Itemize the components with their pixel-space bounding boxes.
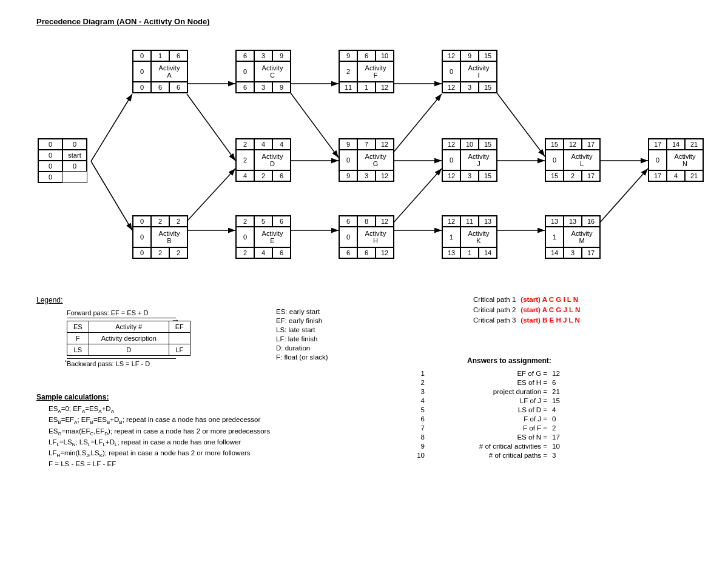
desc-f: F: float (or slack)	[276, 353, 328, 361]
ans-8: 8 ES of N = 17	[406, 433, 570, 441]
node-M: 13 13 16 1 ActivityM 14 3 17	[545, 215, 601, 259]
svg-line-16	[496, 92, 545, 156]
critical-path-3: Critical path 3 (start) B E H J L N	[473, 316, 580, 324]
backward-pass-label: Backward pass: LS = LF - D	[67, 360, 190, 367]
sample-calc-title: Sample calculations:	[36, 393, 270, 401]
answers-title: Answers to assignment:	[467, 356, 570, 365]
node-K: 12 11 13 1 ActivityK 13 1 14	[442, 215, 497, 259]
ans-10: 10 # of critical paths = 3	[406, 452, 570, 459]
node-L: 15 12 17 0 ActivityL 15 2 17	[545, 138, 601, 182]
desc-ls: LS: late start	[276, 326, 328, 333]
ans-7: 7 F of F = 2	[406, 424, 570, 432]
svg-line-2	[91, 161, 132, 230]
ans-9: 9 # of critical activities = 10	[406, 443, 570, 450]
start-name: start	[62, 150, 87, 161]
critical-path-1: Critical path 1 (start) A C G I L N	[473, 296, 580, 303]
svg-line-5	[187, 169, 235, 221]
calc-line-2: ESB=EFA; EFB=ESB+DB; repeat in case a no…	[49, 416, 270, 425]
svg-line-1	[91, 94, 132, 161]
node-J: 12 10 15 0 ActivityJ 12 3 15	[442, 138, 497, 182]
page: Precedence Diagram (AON - Acitivty On No…	[0, 0, 728, 562]
descriptions-section: ES: early start EF: early finish LS: lat…	[276, 308, 328, 363]
svg-line-12	[393, 94, 442, 153]
calc-line-4: LFL=LSN; LSL=LFL+DL; repeat in case a no…	[49, 438, 270, 447]
answers-section: Answers to assignment: 1 EF of G = 12 2 …	[406, 356, 570, 461]
calc-line-3: ESG=max(EFC,EFD); repeat in case a node …	[49, 427, 270, 437]
desc-d: D: duration	[276, 344, 328, 352]
calc-line-6: F = LS - ES = LF - EF	[49, 460, 270, 467]
legend-title: Legend:	[36, 296, 190, 304]
legend-table: ES Activity # EF F Activity description …	[67, 321, 190, 356]
calc-line-5: LFH=min(LSJ,LSK); repeat in case a node …	[49, 449, 270, 458]
ans-5: 5 LS of D = 4	[406, 406, 570, 413]
ans-1: 1 EF of G = 12	[406, 370, 570, 377]
ans-6: 6 F of J = 0	[406, 415, 570, 423]
critical-path-2: Critical path 2 (start) A C G J L N	[473, 306, 580, 313]
cp2-value: (start) A C G J L N	[521, 306, 580, 313]
node-D: 2 4 4 2 ActivityD 4 2 6	[235, 138, 291, 182]
calc-line-1: ESA=0; EFA=ESA+DA	[49, 405, 270, 414]
start-f: 0	[38, 150, 62, 161]
start-bl: 0	[38, 161, 62, 172]
start-tr: 0	[62, 139, 87, 150]
start-tl: 0	[38, 139, 62, 150]
cp3-label: Critical path 3	[473, 316, 516, 324]
sample-calc-section: Sample calculations: ESA=0; EFA=ESA+DA E…	[36, 393, 270, 469]
node-H: 6 8 12 0 ActivityH 6 6 12	[339, 215, 394, 259]
ans-4: 4 LF of J = 15	[406, 397, 570, 404]
node-start: 0 0 0 start 0 0 0	[38, 138, 87, 183]
node-C: 6 3 9 0 ActivityC 6 3 9	[235, 50, 291, 93]
svg-line-20	[599, 169, 648, 223]
node-G: 9 7 12 0 ActivityG 9 3 12	[339, 138, 394, 182]
cp1-value: (start) A C G I L N	[521, 296, 578, 303]
node-I: 12 9 15 0 ActivityI 12 3 15	[442, 50, 497, 93]
ans-3: 3 project duration = 21	[406, 388, 570, 395]
svg-line-14	[393, 169, 442, 223]
desc-es: ES: early start	[276, 308, 328, 315]
node-F: 9 6 10 2 ActivityF 11 1 12	[339, 50, 394, 93]
start-br: 0	[38, 172, 62, 182]
legend-section: Legend: Forward pass: EF = ES + D → ES A…	[36, 296, 190, 367]
desc-lf: LF: late finish	[276, 335, 328, 343]
cp3-value: (start) B E H J L N	[521, 316, 580, 324]
cp1-label: Critical path 1	[473, 296, 516, 303]
critical-paths-section: Critical path 1 (start) A C G I L N Crit…	[473, 296, 580, 327]
start-bm: 0	[62, 161, 87, 172]
ans-2: 2 ES of H = 6	[406, 379, 570, 386]
node-E: 2 5 6 0 ActivityE 2 4 6	[235, 215, 291, 259]
svg-line-8	[290, 92, 339, 158]
node-A: 0 1 6 0 ActivityA 0 6 6	[132, 50, 188, 93]
cp2-label: Critical path 2	[473, 306, 516, 313]
page-title: Precedence Diagram (AON - Acitivty On No…	[36, 17, 210, 26]
node-N: 17 14 21 0 ActivityN 17 4 21	[648, 138, 704, 182]
node-B: 0 2 2 0 ActivityB 0 2 2	[132, 215, 188, 259]
desc-ef: EF: early finish	[276, 317, 328, 324]
svg-line-4	[187, 94, 235, 161]
